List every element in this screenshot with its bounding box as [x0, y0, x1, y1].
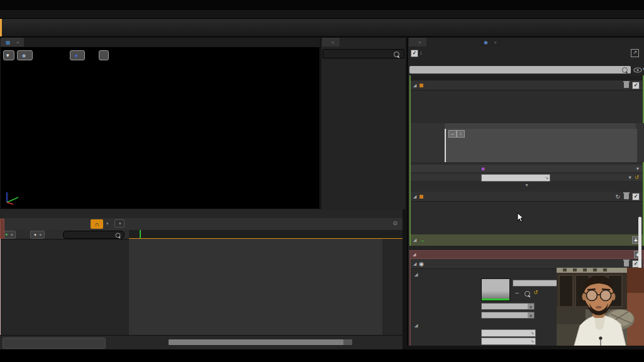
preview-viewport[interactable]: ▾ ◆ ●: [1, 47, 319, 209]
custom-facing-mask-label: ◢: [414, 322, 418, 328]
parameters-search-input[interactable]: [323, 50, 396, 57]
transport-row: [0, 335, 402, 350]
drag-handle-icon[interactable]: ↘: [545, 175, 548, 181]
tab-parameters[interactable]: ×: [322, 38, 340, 47]
refresh-icon[interactable]: ↻: [615, 192, 620, 202]
tab-selected-emitters[interactable]: ×: [409, 38, 426, 47]
timeline-panel: ∩ ▾ ▾ ⊙ + ▾ ▼ ▾: [0, 209, 402, 349]
module-sprite-size-scale-header[interactable]: ◢ ✓: [411, 80, 643, 90]
timeline-scrollbar[interactable]: [169, 339, 352, 345]
perspective-icon: ◆: [22, 53, 26, 58]
fit-horizontal-button[interactable]: ↔: [448, 130, 457, 138]
chevron-down-icon: ▾: [40, 233, 42, 237]
scale-curve-field[interactable]: ↘: [481, 174, 550, 182]
module-icon: [419, 84, 423, 87]
drag-handle-icon[interactable]: ↘: [530, 330, 534, 336]
preview-panel: ▦ × ▾ ◆ ●: [0, 38, 320, 209]
open-external-icon[interactable]: ↗: [631, 49, 639, 57]
close-icon[interactable]: ×: [494, 40, 497, 45]
emitter-enabled-checkbox[interactable]: ✓: [411, 50, 418, 57]
sprite-rendering-group[interactable]: ◢: [414, 270, 418, 277]
stack-search-input[interactable]: [409, 66, 592, 73]
delete-module-icon[interactable]: [624, 194, 629, 199]
mouse-cursor: [517, 212, 524, 222]
drag-handle-icon[interactable]: ↘: [530, 338, 534, 344]
expander-icon[interactable]: ◢: [413, 192, 416, 202]
expander-icon: ◢: [413, 234, 416, 246]
curve-editor-toggle-icon[interactable]: ⊙: [392, 220, 397, 226]
module-enabled-checkbox[interactable]: ✓: [632, 193, 640, 200]
delete-module-icon[interactable]: [624, 82, 629, 88]
lit-sphere-icon: ●: [75, 53, 78, 58]
mask-x-input[interactable]: [482, 331, 527, 336]
chevron-down-icon[interactable]: ▾: [106, 221, 109, 226]
delete-renderer-icon[interactable]: [624, 261, 629, 266]
search-icon: [622, 67, 628, 73]
stack-search[interactable]: [409, 66, 631, 74]
close-icon[interactable]: ×: [418, 40, 421, 45]
attribute-icon: ◆: [481, 166, 485, 172]
filters-button[interactable]: ▼ ▾: [30, 231, 45, 239]
alignment-dropdown[interactable]: ▾: [481, 303, 535, 310]
chevron-down-icon[interactable]: ▾: [629, 174, 631, 180]
show-button[interactable]: [99, 50, 109, 60]
mask-y-input[interactable]: [482, 339, 527, 344]
material-thumbnail[interactable]: [481, 278, 510, 301]
out-of-range-shade: [382, 239, 402, 335]
chevron-down-icon: ▾: [528, 304, 534, 309]
scale-curve-input[interactable]: [482, 175, 538, 181]
menubar: [0, 10, 644, 19]
reset-icon[interactable]: ↺: [533, 289, 538, 295]
chevron-down-icon[interactable]: ▾: [636, 165, 639, 173]
filter-icon: ▼: [33, 233, 38, 237]
timeline-ruler[interactable]: [129, 230, 402, 239]
toolbar-accent-strip: [0, 19, 2, 36]
chevron-down-icon: ▾: [528, 312, 534, 318]
subscribe-banner: [0, 349, 644, 362]
timeline-track-area[interactable]: [129, 239, 402, 335]
viewport-grid-icon: ▦: [6, 40, 12, 45]
browse-asset-icon[interactable]: [525, 291, 530, 297]
snap-magnet-button[interactable]: ∩: [91, 219, 103, 229]
perspective-button[interactable]: ◆: [17, 50, 33, 60]
curve-index-row: ◆ ▾: [411, 165, 643, 173]
mask-y-field[interactable]: ↘: [481, 337, 536, 345]
curve-plot[interactable]: ↔ ↕: [445, 129, 637, 162]
fit-vertical-button[interactable]: ↕: [457, 130, 465, 138]
reset-icon[interactable]: ↺: [635, 174, 639, 180]
titlebar: [0, 0, 644, 10]
expander-icon: ◢: [414, 272, 418, 277]
track-search-input[interactable]: [64, 232, 119, 238]
emitter-stack: ◢ ✓ ↔ ↕: [409, 75, 644, 246]
parameters-search[interactable]: [323, 49, 404, 58]
timeline-scrollbar-thumb[interactable]: [343, 339, 352, 345]
renderer-icon: ◉: [419, 259, 424, 269]
module-enabled-checkbox[interactable]: ✓: [632, 82, 640, 89]
expander-icon: ◢: [414, 323, 418, 327]
lit-button[interactable]: ●: [70, 50, 85, 60]
tab-preview[interactable]: ▦ ×: [1, 38, 24, 47]
track-search[interactable]: [63, 231, 125, 239]
mask-x-field[interactable]: ↘: [481, 329, 536, 337]
render-group-header[interactable]: ◢ +: [409, 250, 644, 259]
chevron-down-icon: ▾: [119, 221, 121, 226]
viewport-options-button[interactable]: ▾: [3, 50, 14, 60]
unreal-editor-window: ▦ × ▾ ◆ ● ×: [0, 0, 644, 362]
close-icon[interactable]: ×: [331, 40, 335, 45]
use-selected-icon[interactable]: ←: [514, 289, 520, 295]
emitter-stack-icon: ⁝: [420, 50, 422, 56]
curve-editor[interactable]: ↔ ↕: [411, 123, 644, 162]
expander-icon[interactable]: ◢: [413, 251, 416, 258]
magnet-icon: ∩: [94, 221, 99, 228]
add-event-handler-row[interactable]: ◢ → +: [411, 234, 643, 246]
fps-dropdown[interactable]: ▾: [114, 219, 125, 228]
facing-mode-dropdown[interactable]: ▾: [481, 312, 535, 319]
collapse-chevron-icon[interactable]: ▾: [411, 182, 643, 189]
expander-icon[interactable]: ◢: [413, 259, 416, 269]
tab-preview-scene-settings[interactable]: ◉ ×: [479, 38, 502, 47]
expander-icon[interactable]: ◢: [413, 80, 416, 90]
close-icon[interactable]: ×: [16, 40, 19, 45]
module-dynamic-mat-params-header[interactable]: ◢ ↻ ✓: [411, 192, 643, 202]
visibility-eye-icon[interactable]: [633, 67, 642, 73]
playhead-marker[interactable]: [0, 219, 4, 239]
